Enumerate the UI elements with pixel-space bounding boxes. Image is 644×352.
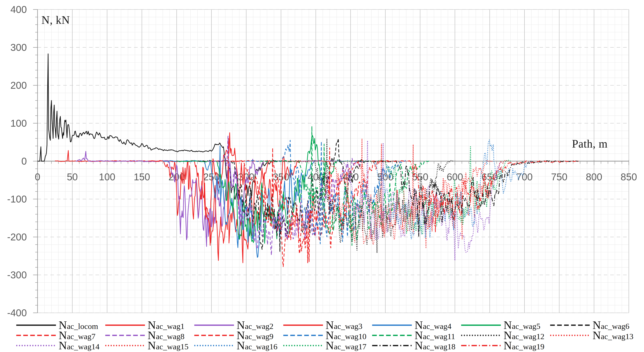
legend-item-Nac_wag10: Nac_wag10 [283,331,372,340]
legend-item-Nac_wag12: Nac_wag12 [460,331,550,340]
chart-legend: Nac_locomNac_wag1Nac_wag2Nac_wag3Nac_wag… [16,320,639,350]
legend-item-Nac_wag6: Nac_wag6 [550,320,639,330]
legend-line-sample [16,324,56,326]
legend-line-sample [283,344,324,347]
y-tick-label: -400 [7,307,27,318]
legend-line-sample [194,344,234,347]
x-tick-label: 850 [620,171,637,182]
legend-line-sample [550,324,590,326]
legend-label: Nac_wag17 [326,340,366,351]
x-axis-title: Path, m [572,137,608,150]
y-tick-label: 200 [10,80,27,91]
legend-item-Nac_wag9: Nac_wag9 [194,331,283,340]
x-tick-label: 100 [99,171,115,182]
legend-item-Nac_wag16: Nac_wag16 [194,341,283,350]
legend-line-sample [372,334,412,337]
legend-item-Nac_wag18: Nac_wag18 [372,341,460,350]
legend-line-sample [550,334,590,337]
x-tick-label: 50 [67,171,78,182]
legend-line-sample [105,324,146,326]
legend-label: Nac_wag19 [504,340,544,351]
legend-label: Nac_wag15 [148,340,188,351]
legend-label: Nac_wag13 [592,330,634,341]
y-axis-title: N, kN [42,14,70,27]
series-Nac_wag16 [330,140,533,239]
y-tick-label: -200 [7,231,27,242]
legend-item-Nac_wag13: Nac_wag13 [550,331,639,340]
series-Nac_wag1 [55,133,275,245]
legend-line-sample [372,324,412,326]
legend-item-Nac_wag5: Nac_wag5 [460,320,550,330]
y-tick-label: -300 [7,269,27,280]
x-tick-label: 800 [586,171,602,182]
legend-item-Nac_wag8: Nac_wag8 [105,331,194,340]
legend-item-Nac_wag4: Nac_wag4 [372,320,460,330]
legend-line-sample [194,334,234,337]
legend-label: Nac_wag16 [237,340,278,351]
x-tick-label: 700 [516,171,533,182]
y-tick-label: 300 [10,42,27,53]
legend-line-sample [283,324,324,326]
x-tick-label: 750 [551,171,568,182]
legend-label: Nac_wag14 [59,340,100,351]
legend-line-sample [460,344,501,347]
legend-line-sample [105,344,146,347]
legend-line-sample [16,344,56,347]
legend-item-Nac_wag2: Nac_wag2 [194,320,283,330]
legend-item-Nac_wag14: Nac_wag14 [16,341,105,350]
y-tick-label: 0 [21,156,27,167]
legend-item-Nac_wag15: Nac_wag15 [105,341,194,350]
legend-item-Nac_wag3: Nac_wag3 [283,320,372,330]
legend-item-Nac_wag17: Nac_wag17 [283,341,372,350]
series-lines [38,54,578,266]
x-tick-label: 0 [35,171,40,182]
legend-label: Nac_wag18 [414,340,456,351]
legend-item-Nac_locom: Nac_locom [16,320,105,330]
legend-line-sample [16,334,56,337]
legend-item-Nac_wag19: Nac_wag19 [460,341,550,350]
y-tick-label: 400 [10,4,27,15]
coupling-force-chart-figure: 4003002001000-100-200-300-40005010015020… [0,0,644,352]
legend-line-sample [105,334,146,337]
legend-line-sample [194,324,234,326]
y-tick-label: -100 [7,194,27,205]
legend-line-sample [372,344,412,347]
legend-item-Nac_wag7: Nac_wag7 [16,331,105,340]
legend-line-sample [460,324,501,326]
legend-item-Nac_wag1: Nac_wag1 [105,320,194,330]
legend-line-sample [283,334,324,337]
legend-line-sample [460,334,501,337]
x-tick-label: 150 [134,171,150,182]
x-tick-label: 550 [412,171,428,182]
x-tick-label: 600 [447,171,463,182]
chart-canvas: 4003002001000-100-200-300-40005010015020… [0,0,644,352]
y-tick-label: 100 [10,118,27,129]
legend-item-Nac_wag11: Nac_wag11 [372,331,460,340]
